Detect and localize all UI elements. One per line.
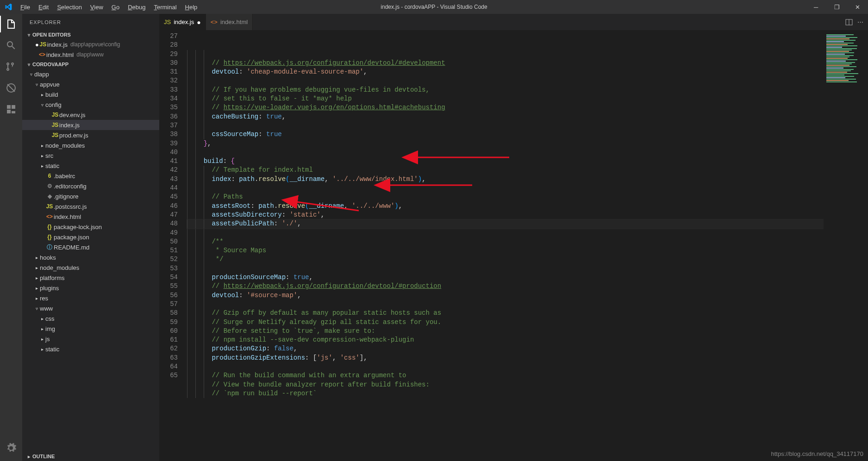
open-editor-item[interactable]: <>index.htmldlapp\www — [22, 50, 159, 60]
tree-item[interactable]: ⓘREADME.md — [22, 242, 159, 252]
tree-item[interactable]: JSprod.env.js — [22, 130, 159, 140]
line-gutter: 2728293031323334353637383940414243444546… — [159, 30, 187, 461]
close-window-button[interactable]: ✕ — [847, 0, 868, 14]
tree-item[interactable]: {}package.json — [22, 232, 159, 242]
code-content[interactable]: // https://webpack.js.org/configuration/… — [187, 30, 824, 461]
tree-item[interactable]: JSdev.env.js — [22, 110, 159, 120]
tree-item[interactable]: ▸static — [22, 344, 159, 354]
window-title: index.js - cordovaAPP - Visual Studio Co… — [381, 4, 487, 10]
open-editor-item[interactable]: ●JSindex.jsdlapp\appvue\config — [22, 39, 159, 50]
tree-item[interactable]: ▸res — [22, 293, 159, 303]
titlebar: File Edit Selection View Go Debug Termin… — [0, 0, 868, 14]
tree-item[interactable]: ▸js — [22, 334, 159, 344]
tree-item[interactable]: ▸src — [22, 150, 159, 161]
tree-item[interactable]: ▿www — [22, 303, 159, 313]
tree-item[interactable]: ⚙.editorconfig — [22, 181, 159, 191]
tree-item[interactable]: ▿config — [22, 100, 159, 110]
vscode-logo-icon — [5, 3, 12, 11]
extensions-icon[interactable] — [5, 103, 18, 116]
menu-terminal[interactable]: Terminal — [150, 2, 180, 12]
tree-item[interactable]: ▸img — [22, 324, 159, 334]
editor-tab[interactable]: JSindex.js● — [159, 14, 206, 30]
menu-edit[interactable]: Edit — [35, 2, 52, 12]
explorer-icon[interactable] — [5, 18, 18, 31]
tree-item[interactable]: JS.postcssrc.js — [22, 201, 159, 212]
settings-gear-icon[interactable] — [5, 442, 18, 455]
split-editor-icon[interactable] — [845, 19, 853, 26]
tree-item[interactable]: <>index.html — [22, 212, 159, 222]
menu-debug[interactable]: Debug — [124, 2, 149, 12]
tree-item[interactable]: ▸build — [22, 89, 159, 100]
maximize-button[interactable]: ❐ — [826, 0, 847, 14]
menu-go[interactable]: Go — [108, 2, 123, 12]
tree-item[interactable]: JSindex.js — [22, 120, 159, 130]
minimap[interactable] — [824, 30, 868, 461]
open-editors-section[interactable]: ▿OPEN EDITORS — [22, 30, 159, 39]
menu-help[interactable]: Help — [181, 2, 201, 12]
editor-area: JSindex.js●<>index.html ⋯ 27282930313233… — [159, 14, 868, 461]
menubar: File Edit Selection View Go Debug Termin… — [17, 2, 201, 12]
tree-item[interactable]: ▿appvue — [22, 79, 159, 89]
search-icon[interactable] — [5, 39, 18, 52]
tree-item[interactable]: ▸platforms — [22, 273, 159, 283]
menu-view[interactable]: View — [87, 2, 107, 12]
outline-section[interactable]: ▸OUTLINE — [22, 452, 159, 461]
tree-item[interactable]: ▿dlapp — [22, 69, 159, 79]
tree-item[interactable]: ▸hooks — [22, 252, 159, 262]
svg-line-1 — [7, 84, 15, 92]
explorer-sidebar: EXPLORER ▿OPEN EDITORS ●JSindex.jsdlapp\… — [22, 14, 159, 461]
tree-item[interactable]: ▸node_modules — [22, 140, 159, 150]
debug-icon[interactable] — [5, 81, 18, 94]
tree-item[interactable]: ▸static — [22, 161, 159, 171]
more-actions-icon[interactable]: ⋯ — [857, 19, 863, 25]
activity-bar — [0, 14, 22, 461]
editor-tab[interactable]: <>index.html — [206, 14, 253, 30]
menu-file[interactable]: File — [17, 2, 34, 12]
code-editor[interactable]: 2728293031323334353637383940414243444546… — [159, 30, 868, 461]
source-control-icon[interactable] — [5, 60, 18, 73]
tree-item[interactable]: ▸plugins — [22, 283, 159, 293]
sidebar-title: EXPLORER — [22, 14, 159, 30]
tree-item[interactable]: ◆.gitignore — [22, 191, 159, 201]
minimize-button[interactable]: ─ — [806, 0, 826, 14]
tree-item[interactable]: 6.babelrc — [22, 171, 159, 181]
tree-item[interactable]: ▸css — [22, 313, 159, 324]
menu-selection[interactable]: Selection — [53, 2, 85, 12]
tree-item[interactable]: ▸node_modules — [22, 262, 159, 273]
editor-tabs: JSindex.js●<>index.html ⋯ — [159, 14, 868, 30]
project-section[interactable]: ▿CORDOVAAPP — [22, 60, 159, 69]
watermark: https://blog.csdn.net/qq_34117170 — [771, 450, 864, 457]
tree-item[interactable]: {}package-lock.json — [22, 222, 159, 232]
file-tree[interactable]: ▿dlapp▿appvue▸build▿configJSdev.env.jsJS… — [22, 69, 159, 452]
